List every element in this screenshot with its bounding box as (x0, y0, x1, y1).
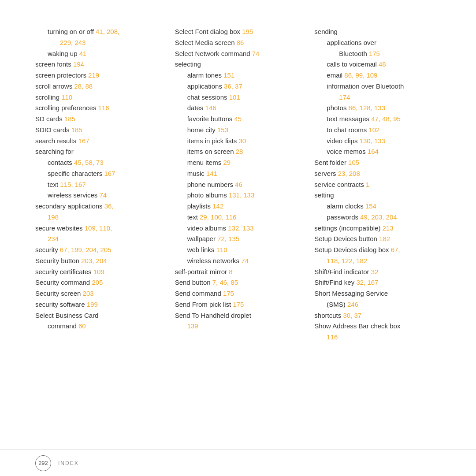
index-page-number: 246 (347, 301, 358, 308)
index-page-number: 164 (368, 148, 379, 155)
index-entry: 118, 122, 182 (314, 256, 441, 267)
index-page-number: 105 (348, 159, 359, 166)
index-page-number: 86 (237, 39, 244, 46)
index-entry: Shift/Find indicator 32 (314, 267, 441, 278)
index-page-number: 74 (100, 191, 107, 199)
index-entry: applications over (314, 37, 441, 48)
index-page-number: 205 (92, 279, 103, 286)
index-entry: Select Font dialog box 195 (175, 26, 301, 37)
index-entry: passwords 49, 203, 204 (314, 212, 441, 223)
index-entry: video albums 132, 133 (175, 223, 301, 234)
index-page-number: 67, 199, 204, 205 (60, 246, 112, 253)
index-entry: (SMS) 246 (314, 299, 441, 310)
index-entry: screen protectors 219 (35, 70, 162, 81)
index-entry: screen fonts 194 (35, 59, 162, 70)
index-entry: search results 167 (35, 136, 162, 147)
index-page-number: 41, 208, (96, 28, 119, 35)
index-page-number: 175 (223, 290, 234, 297)
index-page-number: 115, 167 (60, 181, 86, 188)
index-entry: Show Address Bar check box (314, 321, 441, 332)
index-entry: servers 23, 208 (314, 168, 441, 179)
index-page-number: 29, 100, 116 (200, 213, 236, 221)
index-entry: scroll arrows 28, 88 (35, 81, 162, 92)
index-page-number: 109 (93, 268, 104, 275)
index-entry: Send To Handheld droplet (175, 310, 301, 321)
index-entry: SDIO cards 185 (35, 125, 162, 136)
index-entry: searching for (35, 146, 162, 157)
index-page-number: 229, 243 (60, 39, 86, 46)
page-number-circle: 292 (35, 455, 51, 471)
column-col2: Select Font dialog box 195Select Media s… (175, 26, 315, 343)
index-page-number: 116 (98, 104, 109, 112)
index-page-number: 102 (368, 126, 379, 134)
index-entry: wireless networks 74 (175, 256, 301, 267)
index-entry: waking up 41 (35, 48, 162, 60)
footer: 292 INDEX (0, 450, 476, 476)
index-entry: 229, 243 (35, 37, 162, 48)
column-col1: turning on or off 41, 208,229, 243waking… (35, 26, 175, 343)
index-page-number: 28, 88 (74, 82, 93, 90)
index-entry: video clips 130, 133 (314, 136, 441, 147)
index-entry: Security button 203, 204 (35, 256, 162, 267)
index-page-number: 141 (206, 170, 217, 177)
index-page-number: 86, 99, 109 (344, 71, 377, 79)
index-entry: scrolling 110 (35, 92, 162, 103)
index-entry: security certificates 109 (35, 267, 162, 278)
index-page-number: 195 (242, 28, 253, 35)
index-entry: text messages 47, 48, 95 (314, 114, 441, 125)
index-page-number: 174 (339, 93, 350, 101)
index-entry: sending (314, 26, 441, 37)
index-page-number: 142 (212, 202, 223, 210)
index-entry: command 60 (35, 321, 162, 332)
index-entry: wallpaper 72, 135 (175, 234, 301, 245)
index-page-number: 49, 203, 204 (360, 213, 397, 221)
index-page-number: 72, 135 (217, 235, 239, 242)
index-entry: security software 199 (35, 299, 162, 310)
index-entry: scrolling preferences 116 (35, 103, 162, 114)
index-page-number: 132, 133 (228, 224, 253, 232)
index-entry: 174 (314, 92, 441, 103)
index-entry: calls to voicemail 48 (314, 59, 441, 70)
index-entry: Security command 205 (35, 277, 162, 288)
index-entry: Send button 7, 46, 85 (175, 277, 301, 288)
index-entry: 139 (175, 321, 301, 332)
index-page-number: 30 (238, 137, 246, 145)
index-page-number: 234 (48, 235, 59, 242)
index-entry: selecting (175, 59, 301, 70)
index-page-number: 110 (61, 93, 72, 101)
index-entry: photo albums 131, 133 (175, 190, 301, 201)
index-entry: 198 (35, 212, 162, 223)
index-entry: contacts 45, 58, 73 (35, 157, 162, 168)
index-page-number: 154 (365, 202, 376, 210)
index-entry: chat sessions 101 (175, 92, 301, 103)
index-page-number: 86, 128, 133 (349, 104, 385, 112)
index-entry: security 67, 199, 204, 205 (35, 245, 162, 256)
index-entry: wireless services 74 (35, 190, 162, 201)
index-page-number: 153 (217, 126, 228, 134)
index-page-number: 151 (223, 71, 234, 79)
index-page-number: 7, 46, 85 (212, 279, 238, 286)
index-entry: shortcuts 30, 37 (314, 310, 441, 321)
index-entry: setting (314, 190, 441, 201)
index-page-number: 41 (79, 50, 87, 57)
index-page-number: 1 (366, 181, 369, 188)
index-entry: Select Media screen 86 (175, 37, 301, 48)
index-entry: turning on or off 41, 208, (35, 26, 162, 37)
index-page-number: 36, (104, 202, 114, 210)
index-page-number: 146 (205, 104, 216, 112)
index-page-number: 139 (187, 322, 198, 330)
index-page-number: 46 (235, 181, 242, 188)
index-entry: Setup Devices dialog box 67, (314, 245, 441, 256)
index-page-number: 74 (252, 50, 260, 57)
index-entry: self-portrait mirror 8 (175, 267, 301, 278)
index-entry: settings (incompatible) 213 (314, 223, 441, 234)
index-entry: Select Business Card (35, 310, 162, 321)
index-page-number: 23, 208 (338, 170, 360, 177)
index-entry: Security screen 203 (35, 288, 162, 299)
index-page-number: 203 (83, 290, 94, 297)
index-page-number: 130, 133 (360, 137, 385, 145)
index-entry: Sent folder 105 (314, 157, 441, 168)
index-page-number: 199 (87, 301, 98, 308)
index-entry: service contracts 1 (314, 179, 441, 190)
index-page-number: 213 (383, 224, 394, 232)
